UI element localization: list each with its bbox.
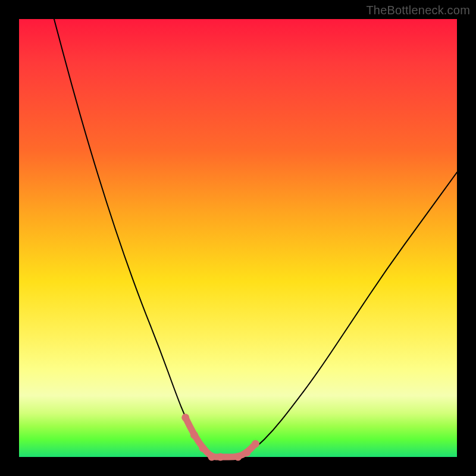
- chart-frame: TheBottleneck.com: [0, 0, 476, 476]
- series-point: [217, 453, 224, 461]
- chart-svg: [19, 19, 457, 457]
- series-point: [243, 449, 250, 456]
- series-group: [54, 19, 457, 461]
- series-point: [234, 453, 242, 461]
- series-point: [181, 414, 189, 421]
- series-point: [208, 453, 215, 461]
- plot-area: [19, 19, 457, 457]
- series-point: [190, 431, 198, 439]
- series-point: [252, 440, 259, 447]
- watermark-text: TheBottleneck.com: [366, 4, 470, 17]
- series-black-curve: [54, 19, 457, 457]
- series-point: [199, 444, 207, 452]
